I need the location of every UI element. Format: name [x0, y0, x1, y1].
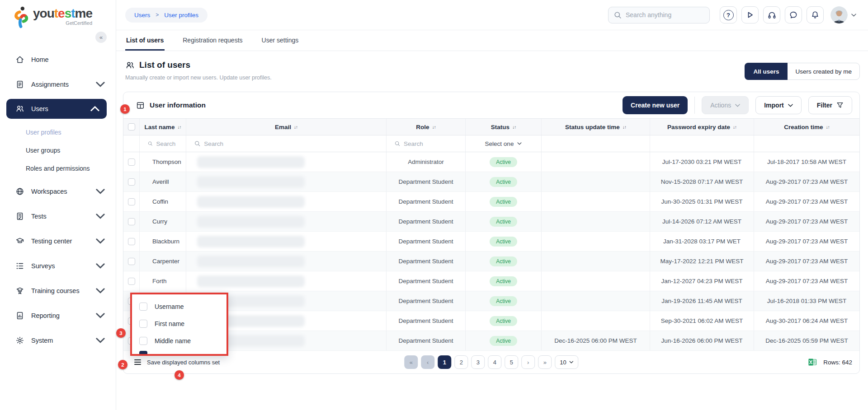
- middle-name-checkbox[interactable]: [139, 337, 147, 345]
- sidebar-item-training-courses[interactable]: Training courses: [0, 280, 116, 301]
- avatar[interactable]: [830, 6, 848, 23]
- sort-icon[interactable]: ↓↑: [512, 125, 516, 130]
- pagination-first-button[interactable]: «: [404, 355, 418, 369]
- pagination-page-1[interactable]: 1: [438, 355, 451, 369]
- support-button[interactable]: [763, 6, 780, 23]
- row-checkbox[interactable]: [128, 258, 135, 265]
- cell-password-expiry-date: Jan-12-2027 04:23 PM WEST: [650, 271, 754, 291]
- sidebar-item-testing-center[interactable]: Testing center: [0, 231, 116, 251]
- cell-creation-time: Dec-16-2025 05:59 PM WEST: [754, 331, 859, 350]
- toggle-all-users[interactable]: All users: [745, 63, 788, 80]
- sidebar-item-home[interactable]: Home: [0, 49, 116, 70]
- sort-icon[interactable]: ↓↑: [826, 125, 830, 130]
- pagination-last-button[interactable]: »: [538, 355, 552, 369]
- popup-item-middle-name[interactable]: Middle name: [132, 332, 226, 349]
- pagination-next-button[interactable]: ›: [521, 355, 535, 369]
- col-status[interactable]: Status↓↑: [466, 119, 542, 135]
- clipped-checked-checkbox[interactable]: [139, 351, 147, 356]
- global-search-input[interactable]: [626, 11, 704, 19]
- pagination-prev-button[interactable]: ‹: [421, 355, 434, 369]
- pagination-page-2[interactable]: 2: [454, 355, 468, 369]
- table-row[interactable]: Carpenter Department Student Active May-…: [123, 252, 859, 271]
- popup-item-first-name[interactable]: First name: [132, 315, 226, 332]
- col-last-name[interactable]: Last name↓↑: [140, 119, 186, 135]
- row-checkbox[interactable]: [128, 178, 135, 186]
- sidebar-item-reporting[interactable]: Reporting: [0, 305, 116, 326]
- actions-button[interactable]: Actions: [702, 96, 749, 114]
- excel-export-icon[interactable]: [808, 358, 817, 367]
- col-status-update-time[interactable]: Status update time↓↑: [542, 119, 650, 135]
- tab-user-settings[interactable]: User settings: [261, 30, 300, 51]
- filter-last-name[interactable]: [140, 135, 186, 152]
- create-new-user-button[interactable]: Create new user: [623, 96, 688, 114]
- redacted-email-blur: [197, 256, 305, 267]
- row-checkbox[interactable]: [128, 238, 135, 245]
- sidebar-item-roles-permissions[interactable]: Roles and permissions: [0, 159, 116, 177]
- filter-email-input[interactable]: [204, 140, 382, 147]
- tutorials-button[interactable]: [741, 6, 759, 23]
- sort-icon[interactable]: ↓↑: [294, 125, 297, 130]
- table-row[interactable]: Department Student Active Jan-19-2026 11…: [123, 291, 859, 311]
- popup-item-username[interactable]: Username: [132, 298, 226, 315]
- filter-status-select[interactable]: Select one: [466, 135, 542, 152]
- sidebar-item-label: Workspaces: [31, 188, 67, 195]
- tab-list-of-users[interactable]: List of users: [125, 30, 165, 51]
- sort-icon[interactable]: ↓↑: [733, 125, 736, 130]
- sidebar-item-users[interactable]: Users: [6, 99, 107, 119]
- filter-email[interactable]: [186, 135, 387, 152]
- row-checkbox[interactable]: [128, 218, 135, 225]
- sidebar-item-assignments[interactable]: Assignments: [0, 74, 116, 94]
- sidebar-collapse-button[interactable]: «: [95, 32, 107, 43]
- row-checkbox[interactable]: [128, 198, 135, 205]
- sort-icon[interactable]: ↓↑: [177, 125, 181, 130]
- row-checkbox[interactable]: [128, 158, 135, 166]
- username-checkbox[interactable]: [139, 303, 147, 311]
- tab-registration-requests[interactable]: Registration requests: [182, 30, 243, 51]
- page-size-select[interactable]: 10: [555, 355, 578, 369]
- cell-creation-time: Aug-29-2017 07:23 AM WEST: [754, 271, 859, 291]
- col-role[interactable]: Role↓↑: [387, 119, 466, 135]
- filter-last-name-input[interactable]: [156, 140, 182, 147]
- help-button[interactable]: ?: [720, 6, 737, 23]
- table-row[interactable]: Department Student Active Dec-16-2025 06…: [123, 331, 859, 351]
- col-creation-time[interactable]: Creation time↓↑: [754, 119, 859, 135]
- table-row[interactable]: Blackburn Department Student Active Jan-…: [123, 232, 859, 252]
- breadcrumb-user-profiles[interactable]: User profiles: [164, 12, 198, 19]
- chat-button[interactable]: [785, 6, 802, 23]
- pagination-page-4[interactable]: 4: [488, 355, 501, 369]
- sidebar-item-workspaces[interactable]: Workspaces: [0, 181, 116, 201]
- sidebar-item-user-profiles[interactable]: User profiles: [0, 123, 116, 141]
- columns-menu-icon[interactable]: [134, 359, 141, 365]
- status-badge: Active: [490, 256, 517, 266]
- pagination-page-5[interactable]: 5: [505, 355, 518, 369]
- table-row[interactable]: Thompson Administrator Active Jul-17-203…: [123, 152, 859, 172]
- table-row[interactable]: Coffin Department Student Active Jun-30-…: [123, 192, 859, 212]
- table-row[interactable]: Forth Department Student Active Jan-12-2…: [123, 271, 859, 291]
- filter-role[interactable]: [387, 135, 466, 152]
- import-button[interactable]: Import: [755, 96, 802, 114]
- global-search[interactable]: [608, 7, 710, 23]
- filter-role-input[interactable]: [404, 140, 462, 147]
- user-menu[interactable]: [830, 6, 856, 23]
- table-row[interactable]: Curry Department Student Active Jul-14-2…: [123, 212, 859, 232]
- table-row[interactable]: Averill Department Student Active Nov-15…: [123, 172, 859, 192]
- filter-button[interactable]: Filter: [808, 96, 852, 114]
- first-name-checkbox[interactable]: [139, 320, 147, 328]
- cell-creation-time: Aug-29-2017 07:23 AM WEST: [754, 212, 859, 231]
- row-checkbox[interactable]: [128, 278, 135, 285]
- sidebar-item-system[interactable]: System: [0, 330, 116, 350]
- select-all-checkbox[interactable]: [128, 123, 135, 130]
- col-password-expiry-date[interactable]: Password expiry date↓↑: [650, 119, 754, 135]
- toggle-users-created-by-me[interactable]: Users created by me: [788, 63, 859, 79]
- sort-icon[interactable]: ↓↑: [623, 125, 626, 130]
- table-row[interactable]: Department Student Active Sep-30-2021 06…: [123, 311, 859, 331]
- pagination-page-3[interactable]: 3: [471, 355, 485, 369]
- col-email[interactable]: Email↓↑: [186, 119, 387, 135]
- breadcrumb-users[interactable]: Users: [134, 12, 150, 19]
- sort-icon[interactable]: ↓↑: [432, 125, 436, 130]
- notifications-button[interactable]: [807, 6, 824, 23]
- sidebar-item-surveys[interactable]: Surveys: [0, 256, 116, 276]
- sidebar-item-user-groups[interactable]: User groups: [0, 141, 116, 159]
- sidebar-item-tests[interactable]: Tests: [0, 206, 116, 226]
- save-displayed-columns[interactable]: Save displayed columns set: [134, 359, 220, 366]
